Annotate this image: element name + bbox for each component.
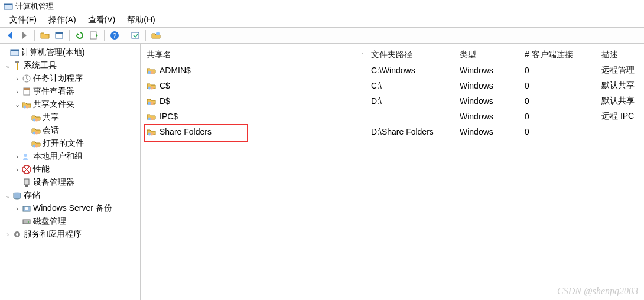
list-row[interactable]: D$ D:\ Windows 0 默认共享 [145, 93, 639, 109]
sort-indicator-icon: ˄ [361, 52, 364, 58]
expander-icon[interactable]: ⌄ [4, 62, 12, 70]
share-icon [147, 66, 157, 75]
storage-icon [12, 191, 22, 200]
tree-storage[interactable]: ⌄ 存储 [1, 189, 139, 202]
back-button[interactable] [4, 29, 17, 42]
tree-open-files[interactable]: 打开的文件 [1, 137, 139, 150]
list-row[interactable]: IPC$ Windows 0 远程 IPC [145, 109, 639, 124]
tree-event-viewer[interactable]: › 事件查看器 [1, 85, 139, 98]
refresh-button[interactable] [73, 29, 86, 42]
toolbar [0, 27, 644, 44]
tree-pane[interactable]: 计算机管理(本地) ⌄ 系统工具 › 任务计划程序 › 事件查看器 ⌄ 共享文件… [0, 44, 141, 300]
tree-services-apps[interactable]: › 服务和应用程序 [1, 228, 139, 241]
expander-icon[interactable]: › [13, 75, 21, 82]
expander-icon[interactable]: › [4, 231, 12, 238]
tree-root[interactable]: 计算机管理(本地) [1, 46, 139, 59]
column-type[interactable]: 类型 [458, 47, 523, 63]
share-icon [147, 96, 157, 106]
up-button[interactable] [38, 29, 51, 42]
performance-icon [21, 165, 32, 174]
workspace: 计算机管理(本地) ⌄ 系统工具 › 任务计划程序 › 事件查看器 ⌄ 共享文件… [0, 44, 644, 300]
list-header: 共享名˄ 文件夹路径 类型 # 客户端连接 描述 [145, 47, 639, 63]
open-files-icon [31, 139, 41, 148]
list-row[interactable]: ADMIN$ C:\Windows Windows 0 远程管理 [145, 63, 639, 78]
backup-icon [21, 204, 32, 213]
tree-sessions[interactable]: 会话 [1, 124, 139, 137]
properties-button[interactable] [53, 29, 66, 42]
computer-icon [9, 48, 20, 57]
clock-icon [21, 74, 32, 83]
tree-disk-mgmt[interactable]: 磁盘管理 [1, 215, 139, 228]
column-folder-path[interactable]: 文件夹路径 [370, 47, 458, 63]
new-window-button[interactable] [129, 29, 142, 42]
titlebar: 计算机管理 [0, 0, 644, 13]
sessions-icon [31, 126, 41, 135]
separator [69, 30, 70, 41]
list-row[interactable]: Share Folders D:\Share Folders Windows 0 [145, 124, 639, 139]
event-icon [21, 87, 32, 96]
menu-help[interactable]: 帮助(H) [121, 14, 161, 27]
separator [125, 30, 125, 41]
separator [145, 30, 146, 41]
expander-icon[interactable]: › [13, 166, 21, 173]
tree-device-manager[interactable]: 设备管理器 [1, 176, 139, 189]
column-client-conn[interactable]: # 客户端连接 [523, 47, 600, 63]
column-description[interactable]: 描述 [600, 47, 644, 63]
expander-icon[interactable]: › [13, 205, 21, 212]
shares-icon [31, 113, 41, 122]
help-button[interactable] [108, 29, 121, 42]
tools-icon [12, 61, 22, 70]
menu-view[interactable]: 查看(V) [82, 14, 122, 27]
list-row[interactable]: C$ C:\ Windows 0 默认共享 [145, 78, 639, 93]
separator [104, 30, 105, 41]
forward-button[interactable] [18, 29, 31, 42]
expander-icon[interactable]: ⌄ [4, 192, 12, 200]
share-icon [147, 81, 157, 90]
menu-action[interactable]: 操作(A) [43, 14, 82, 27]
tree-task-scheduler[interactable]: › 任务计划程序 [1, 72, 139, 85]
column-share-name[interactable]: 共享名˄ [145, 47, 370, 63]
expander-icon[interactable]: ⌄ [13, 101, 21, 109]
expander-icon[interactable]: › [13, 153, 21, 160]
shared-folders-icon [21, 100, 32, 109]
watermark: CSDN @shenpq2003 [557, 286, 638, 296]
separator [34, 30, 35, 41]
tree-shares[interactable]: 共享 [1, 111, 139, 124]
device-icon [21, 178, 32, 187]
expander-icon[interactable]: › [13, 88, 21, 95]
share-icon [147, 127, 157, 136]
tree-local-users[interactable]: › 本地用户和组 [1, 150, 139, 163]
gear-icon [12, 230, 22, 239]
new-share-button[interactable] [149, 29, 162, 42]
tree-shared-folders[interactable]: ⌄ 共享文件夹 [1, 98, 139, 111]
share-icon [147, 112, 157, 121]
list-pane: 共享名˄ 文件夹路径 类型 # 客户端连接 描述 ADMIN$ C:\Windo… [141, 44, 644, 300]
menu-file[interactable]: 文件(F) [4, 14, 43, 27]
menubar: 文件(F) 操作(A) 查看(V) 帮助(H) [0, 13, 644, 27]
tree-system-tools[interactable]: ⌄ 系统工具 [1, 59, 139, 72]
app-icon [4, 2, 13, 11]
export-button[interactable] [87, 29, 100, 42]
disk-icon [21, 217, 32, 226]
tree-ws-backup[interactable]: › Windows Server 备份 [1, 202, 139, 215]
tree-performance[interactable]: › 性能 [1, 163, 139, 176]
users-icon [21, 152, 32, 161]
window-title: 计算机管理 [15, 1, 54, 12]
